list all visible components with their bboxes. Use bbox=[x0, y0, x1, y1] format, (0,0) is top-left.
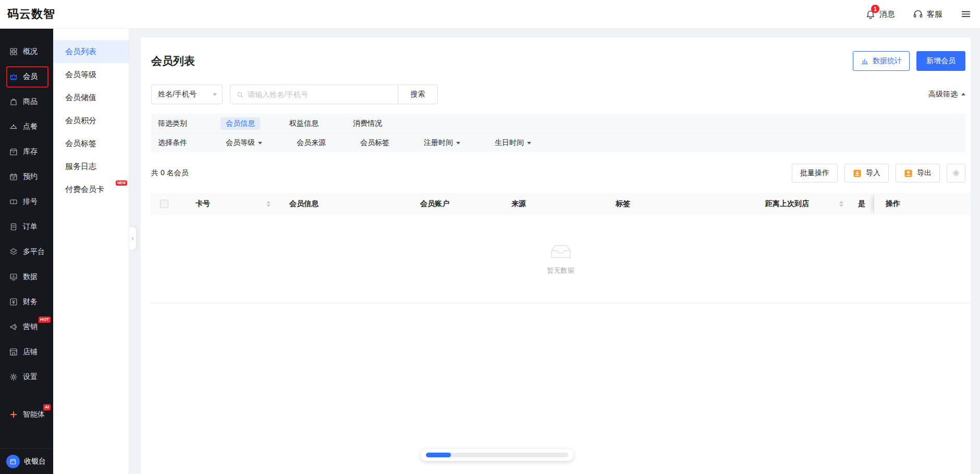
sidebar-item-marketing[interactable]: 营销 HOT bbox=[0, 314, 53, 339]
support-label: 客服 bbox=[927, 9, 942, 19]
ai-plus-icon bbox=[9, 410, 18, 419]
search-button[interactable]: 搜索 bbox=[398, 84, 438, 104]
search-input-group: 搜索 bbox=[230, 84, 438, 104]
new-badge: NEW bbox=[116, 180, 127, 186]
condition-birthday-time[interactable]: 生日时间 bbox=[489, 138, 536, 148]
filter-condition-label: 选择条件 bbox=[151, 138, 220, 148]
add-member-label: 新增会员 bbox=[926, 56, 956, 66]
chevron-down-icon bbox=[527, 142, 531, 147]
add-member-button[interactable]: 新增会员 bbox=[916, 51, 965, 71]
support-button[interactable]: 客服 bbox=[913, 9, 942, 19]
member-count: 共 0 名会员 bbox=[151, 168, 189, 178]
select-all-checkbox[interactable] bbox=[160, 200, 168, 208]
sidebar-item-data[interactable]: 数据 bbox=[0, 264, 53, 289]
export-icon bbox=[904, 169, 913, 178]
submenu-item-member-list[interactable]: 会员列表 bbox=[53, 40, 129, 63]
column-last-visit: 距离上次到店 bbox=[765, 199, 858, 209]
sidebar-item-label: 商品 bbox=[23, 97, 38, 106]
sidebar-item-inventory[interactable]: 库存 bbox=[0, 139, 53, 164]
toolbar-buttons: 批量操作 导入 导出 bbox=[792, 164, 965, 183]
submenu-item-label: 付费会员卡 bbox=[65, 185, 104, 195]
sidebar-item-finance[interactable]: 财务 bbox=[0, 289, 53, 314]
cloche-icon bbox=[9, 122, 18, 131]
layers-icon bbox=[9, 247, 18, 257]
submenu-item-paid-member-card[interactable]: 付费会员卡 NEW bbox=[53, 178, 129, 201]
page-title: 会员列表 bbox=[151, 54, 195, 68]
column-actions: 操作 bbox=[874, 193, 971, 215]
data-statistics-label: 数据统计 bbox=[873, 56, 902, 66]
bell-icon: 1 bbox=[865, 9, 876, 19]
cashier-button[interactable]: 收银台 bbox=[0, 448, 53, 474]
search-field-select[interactable]: 姓名/手机号 bbox=[151, 84, 223, 104]
submenu-item-member-stored-value[interactable]: 会员储值 bbox=[53, 86, 129, 109]
sidebar-item-label: 多平台 bbox=[23, 247, 45, 257]
secondary-sidebar: 会员列表 会员等级 会员储值 会员积分 会员标签 服务日志 付费会员卡 NEW bbox=[53, 29, 129, 474]
submenu-item-label: 会员积分 bbox=[65, 116, 96, 126]
submenu-item-label: 服务日志 bbox=[65, 162, 96, 172]
sidebar-item-label: 智能体 bbox=[23, 410, 45, 419]
search-row: 姓名/手机号 搜索 高级筛选 bbox=[151, 84, 965, 104]
condition-member-level[interactable]: 会员等级 bbox=[220, 138, 267, 148]
submenu-item-member-points[interactable]: 会员积分 bbox=[53, 109, 129, 132]
filter-tab-rights-info[interactable]: 权益信息 bbox=[284, 117, 324, 130]
export-button[interactable]: 导出 bbox=[896, 164, 940, 183]
sidebar-item-store[interactable]: 店铺 bbox=[0, 339, 53, 364]
sidebar-item-booking[interactable]: 预约 bbox=[0, 164, 53, 189]
chart-monitor-icon bbox=[9, 272, 18, 282]
submenu-item-member-tags[interactable]: 会员标签 bbox=[53, 132, 129, 155]
members-table: 卡号 会员信息 会员账户 来源 标签 距离上次到店 是 bbox=[151, 193, 971, 303]
gear-icon bbox=[9, 372, 18, 382]
sort-toggle[interactable] bbox=[266, 199, 271, 209]
sidebar-item-multiplatform[interactable]: 多平台 bbox=[0, 239, 53, 264]
page-header: 会员列表 数据统计 新增会员 bbox=[141, 38, 971, 71]
sidebar-item-orders[interactable]: 订单 bbox=[0, 214, 53, 239]
batch-actions-button[interactable]: 批量操作 bbox=[792, 164, 838, 183]
sidebar-item-ai-agent[interactable]: 智能体 AI bbox=[0, 402, 53, 427]
sidebar-item-goods[interactable]: 商品 bbox=[0, 89, 53, 114]
submenu-item-member-level[interactable]: 会员等级 bbox=[53, 63, 129, 86]
condition-register-time[interactable]: 注册时间 bbox=[419, 138, 466, 148]
cashier-label: 收银台 bbox=[24, 457, 46, 466]
calendar-icon bbox=[9, 172, 18, 181]
sidebar-item-label: 排号 bbox=[23, 197, 38, 206]
sidebar-item-settings[interactable]: 设置 bbox=[0, 364, 53, 390]
filter-tab-consumption[interactable]: 消费情况 bbox=[348, 117, 387, 130]
data-statistics-button[interactable]: 数据统计 bbox=[853, 51, 910, 71]
search-field-value: 姓名/手机号 bbox=[158, 90, 197, 99]
notification-badge: 1 bbox=[871, 5, 879, 13]
sidebar-item-queue[interactable]: 排号 bbox=[0, 189, 53, 214]
sidebar-item-members[interactable]: 会员 bbox=[0, 64, 53, 89]
submenu-item-label: 会员列表 bbox=[65, 47, 96, 57]
messages-button[interactable]: 1 消息 bbox=[865, 9, 895, 19]
advanced-filter-label: 高级筛选 bbox=[928, 90, 958, 99]
sidebar-item-dining[interactable]: 点餐 bbox=[0, 114, 53, 139]
condition-member-tag[interactable]: 会员标签 bbox=[355, 138, 395, 148]
condition-member-source[interactable]: 会员来源 bbox=[291, 138, 331, 148]
filter-panel: 筛选类别 会员信息 权益信息 消费情况 选择条件 会员等级 会员来源 会员标签 … bbox=[151, 114, 965, 152]
column-truncated: 是 bbox=[858, 199, 874, 209]
empty-text: 暂无数据 bbox=[547, 266, 574, 275]
sort-toggle[interactable] bbox=[839, 199, 843, 209]
chevron-down-icon bbox=[258, 142, 262, 147]
shopping-bag-icon bbox=[9, 97, 18, 106]
chevron-down-icon bbox=[456, 142, 460, 147]
topbar-actions: 1 消息 客服 bbox=[865, 8, 972, 20]
collapse-sidebar-button[interactable]: ‹ bbox=[129, 226, 137, 250]
search-icon bbox=[236, 91, 244, 99]
sidebar-item-label: 营销 bbox=[23, 322, 38, 332]
header-buttons: 数据统计 新增会员 bbox=[853, 51, 965, 71]
sidebar-item-label: 店铺 bbox=[23, 347, 38, 357]
sidebar-item-label: 库存 bbox=[23, 147, 38, 156]
yuan-icon bbox=[9, 297, 18, 307]
search-input[interactable] bbox=[248, 90, 392, 99]
advanced-filter-toggle[interactable]: 高级筛选 bbox=[928, 90, 965, 99]
submenu-item-label: 会员储值 bbox=[65, 93, 96, 103]
sidebar-item-overview[interactable]: 概况 bbox=[0, 39, 53, 64]
import-button[interactable]: 导入 bbox=[844, 164, 889, 183]
submenu-item-service-log[interactable]: 服务日志 bbox=[53, 155, 129, 178]
menu-icon[interactable] bbox=[960, 8, 972, 20]
chevron-up-icon bbox=[961, 91, 965, 95]
sidebar-item-label: 点餐 bbox=[23, 122, 38, 131]
column-settings-button[interactable] bbox=[947, 164, 965, 183]
filter-tab-member-info[interactable]: 会员信息 bbox=[220, 117, 260, 130]
